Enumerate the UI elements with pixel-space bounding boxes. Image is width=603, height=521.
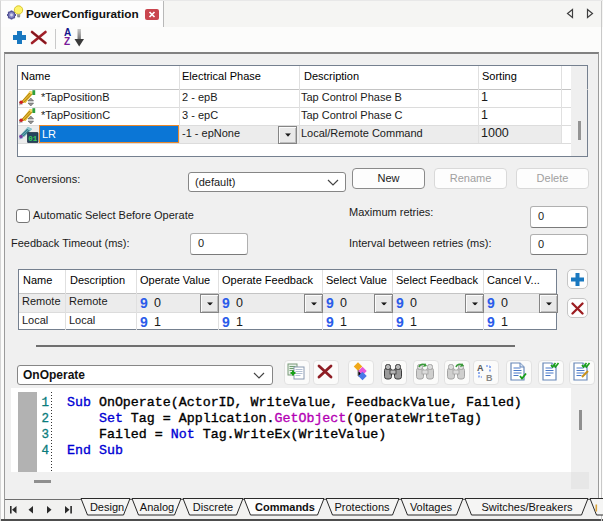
svg-text:Design: Design xyxy=(90,501,124,513)
svg-text:Discrete: Discrete xyxy=(193,501,233,513)
svg-text:A: A xyxy=(477,363,484,373)
svg-text:B: B xyxy=(486,373,493,382)
svg-text:Protections: Protections xyxy=(334,501,390,513)
svg-text:Commands: Commands xyxy=(255,501,315,513)
svg-text:Analog: Analog xyxy=(140,501,174,513)
svg-text:Switches/Breakers: Switches/Breakers xyxy=(481,501,573,513)
svg-text:Voltages: Voltages xyxy=(410,501,453,513)
